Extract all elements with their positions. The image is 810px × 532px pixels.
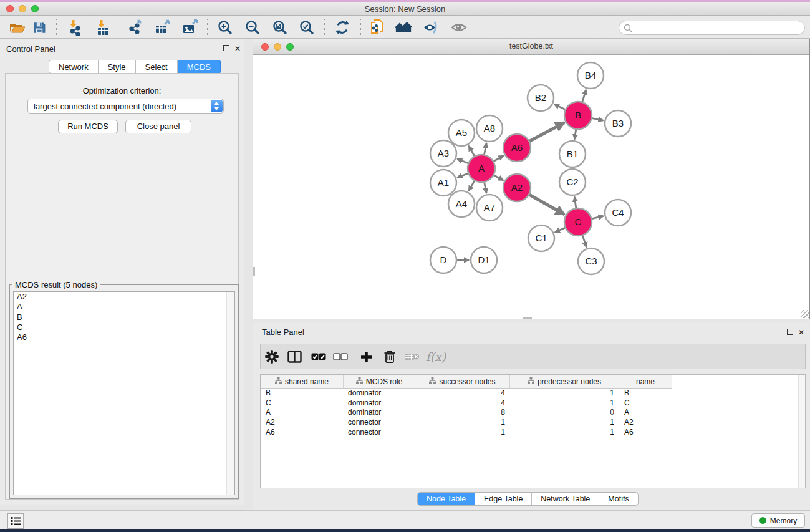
new-network-icon[interactable] xyxy=(369,19,386,36)
graph-node-C4[interactable]: C4 xyxy=(605,200,631,226)
scrollbar[interactable] xyxy=(226,292,234,495)
graph-node-C3[interactable]: C3 xyxy=(578,248,604,274)
export-network-icon[interactable] xyxy=(127,19,145,36)
column-header-shared-name[interactable]: shared name xyxy=(261,375,344,389)
function-builder-icon[interactable]: f(x) xyxy=(425,349,446,365)
graph-node-B[interactable]: B xyxy=(564,102,592,129)
graph-node-A5[interactable]: A5 xyxy=(448,120,475,146)
network-canvas[interactable]: B4B2BB3A8A5A6A3B1AA1C2A2A4A7C4CC1C3DD1 xyxy=(253,55,809,319)
graph-edge-A6-B[interactable] xyxy=(529,123,564,142)
tab-style[interactable]: Style xyxy=(99,60,136,74)
graph-edge-B-B2[interactable] xyxy=(554,104,566,110)
zoom-out-icon[interactable] xyxy=(244,19,261,36)
tab-mcds[interactable]: MCDS xyxy=(178,60,221,74)
graph-node-C2[interactable]: C2 xyxy=(559,169,586,195)
first-neighbors-icon[interactable] xyxy=(395,19,412,36)
table-row[interactable]: A2connector11A2 xyxy=(261,418,805,428)
delete-table-icon[interactable] xyxy=(404,349,420,365)
mcds-result-item[interactable]: A2 xyxy=(14,292,234,302)
graph-node-C1[interactable]: C1 xyxy=(528,225,554,251)
optimization-dropdown[interactable]: largest connected component (directed) xyxy=(27,99,224,114)
graph-edge-A2-C[interactable] xyxy=(529,195,564,215)
mcds-result-item[interactable]: C xyxy=(14,322,234,332)
show-columns-icon[interactable] xyxy=(286,349,302,365)
export-table-icon[interactable] xyxy=(154,19,171,36)
run-mcds-button[interactable]: Run MCDS xyxy=(58,120,118,133)
zoom-fit-icon[interactable] xyxy=(271,19,289,36)
open-file-icon[interactable] xyxy=(8,19,26,36)
graph-edge-A-A2[interactable] xyxy=(493,175,503,181)
close-panel-icon[interactable]: ✕ xyxy=(234,45,241,52)
graph-edge-C-C1[interactable] xyxy=(555,228,566,232)
graph-edge-A-A6[interactable] xyxy=(493,156,503,162)
graph-edge-A-A5[interactable] xyxy=(469,146,475,157)
graph-node-C[interactable]: C xyxy=(564,208,592,236)
graph-edge-B-B1[interactable] xyxy=(574,129,576,139)
tab-node-table[interactable]: Node Table xyxy=(418,493,475,505)
mcds-result-list[interactable]: A2ABCA6 xyxy=(13,291,235,495)
graph-edge-B-B4[interactable] xyxy=(582,90,586,102)
zoom-in-icon[interactable] xyxy=(216,19,234,36)
graph-node-D[interactable]: D xyxy=(430,247,456,273)
task-history-icon[interactable] xyxy=(7,513,24,529)
table-settings-icon[interactable] xyxy=(264,349,280,365)
graph-node-B4[interactable]: B4 xyxy=(577,62,604,89)
table-row[interactable]: Adominator80A xyxy=(261,408,805,418)
network-window-titlebar[interactable]: testGlobe.txt xyxy=(253,39,809,55)
column-header-successor-nodes[interactable]: successor nodes xyxy=(415,375,510,389)
graph-node-A4[interactable]: A4 xyxy=(448,191,475,217)
column-header-predecessor-nodes[interactable]: predecessor nodes xyxy=(510,375,619,389)
graph-node-A6[interactable]: A6 xyxy=(503,134,531,162)
network-graph[interactable]: B4B2BB3A8A5A6A3B1AA1C2A2A4A7C4CC1C3DD1 xyxy=(253,55,809,319)
tab-select[interactable]: Select xyxy=(136,60,178,74)
tab-edge-table[interactable]: Edge Table xyxy=(475,493,532,505)
search-field[interactable] xyxy=(619,21,805,35)
zoom-selected-icon[interactable] xyxy=(298,19,316,36)
graph-node-A1[interactable]: A1 xyxy=(430,170,456,196)
float-panel-icon[interactable] xyxy=(223,45,229,51)
add-icon[interactable] xyxy=(358,349,374,365)
graph-node-A2[interactable]: A2 xyxy=(503,174,531,201)
graph-node-A3[interactable]: A3 xyxy=(430,140,456,167)
graph-node-A[interactable]: A xyxy=(468,155,495,182)
graph-edge-C-C2[interactable] xyxy=(574,197,576,208)
tab-network[interactable]: Network xyxy=(49,60,99,74)
import-table-icon[interactable] xyxy=(94,19,112,36)
graph-node-A8[interactable]: A8 xyxy=(476,115,503,142)
close-table-panel-icon[interactable]: ✕ xyxy=(798,329,804,336)
close-panel-button[interactable]: Close panel xyxy=(125,120,191,133)
tab-motifs[interactable]: Motifs xyxy=(599,493,637,505)
tab-network-table[interactable]: Network Table xyxy=(532,493,599,505)
show-all-icon[interactable] xyxy=(450,19,468,36)
mcds-result-item[interactable]: B xyxy=(14,312,234,322)
mcds-result-item[interactable]: A6 xyxy=(14,332,234,342)
graph-edge-A-A1[interactable] xyxy=(457,173,468,178)
graph-edge-C-C3[interactable] xyxy=(582,235,586,247)
select-all-icon[interactable] xyxy=(311,349,327,365)
refresh-icon[interactable] xyxy=(334,19,351,36)
delete-icon[interactable] xyxy=(382,349,398,365)
search-input[interactable] xyxy=(632,21,804,34)
graph-node-B3[interactable]: B3 xyxy=(605,110,631,137)
column-header-mcds-role[interactable]: MCDS role xyxy=(344,375,415,389)
table-scrollbar[interactable] xyxy=(798,375,805,488)
deselect-all-icon[interactable] xyxy=(332,349,349,365)
export-image-icon[interactable] xyxy=(181,19,199,36)
memory-button[interactable]: Memory xyxy=(751,513,805,528)
graph-edge-C-C4[interactable] xyxy=(591,216,603,219)
graph-edge-A-A3[interactable] xyxy=(457,159,468,163)
resize-grip[interactable] xyxy=(801,310,809,318)
graph-node-D1[interactable]: D1 xyxy=(471,247,497,273)
graph-edge-A-A8[interactable] xyxy=(484,143,486,155)
graph-edge-A-A4[interactable] xyxy=(469,180,475,191)
import-network-icon[interactable] xyxy=(66,19,84,36)
graph-node-B2[interactable]: B2 xyxy=(528,85,554,111)
graph-node-B1[interactable]: B1 xyxy=(559,141,586,167)
table-row[interactable]: Bdominator41B xyxy=(261,389,805,399)
float-table-panel-icon[interactable] xyxy=(787,329,793,335)
graph-edge-A-A7[interactable] xyxy=(484,182,486,193)
table-row[interactable]: A6connector11A6 xyxy=(261,428,805,438)
save-session-icon[interactable] xyxy=(31,19,48,36)
table-row[interactable]: Cdominator41C xyxy=(261,399,805,409)
column-header-name[interactable]: name xyxy=(619,375,672,389)
